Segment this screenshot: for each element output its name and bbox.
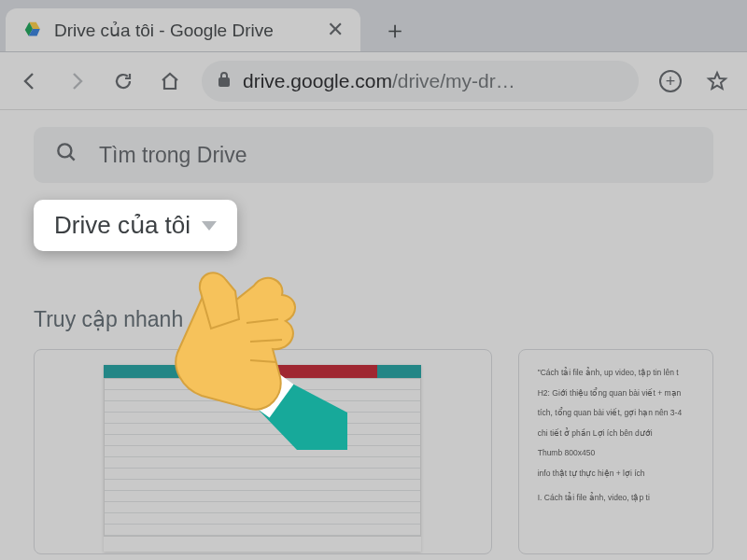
reload-button[interactable] [103, 61, 144, 102]
lock-icon [217, 71, 232, 91]
file-card[interactable] [34, 349, 492, 554]
install-app-button[interactable]: + [650, 61, 691, 102]
browser-tab[interactable]: Drive của tôi - Google Drive ✕ [6, 8, 360, 51]
svg-marker-5 [709, 73, 726, 89]
quick-access-cards: "Cách tải file ảnh, up video, tập tin lê… [34, 349, 713, 554]
search-icon [54, 140, 78, 170]
home-button[interactable] [149, 61, 190, 102]
new-tab-button[interactable]: ＋ [377, 12, 413, 48]
url-path: /drive/my-dr… [392, 70, 515, 91]
plus-circle-icon: + [659, 70, 682, 92]
bookmark-button[interactable] [697, 61, 738, 102]
address-bar[interactable]: drive.google.com/drive/my-dr… [202, 61, 639, 102]
svg-point-6 [58, 144, 71, 157]
file-card[interactable]: "Cách tải file ảnh, up video, tập tin lê… [518, 349, 713, 554]
browser-toolbar: drive.google.com/drive/my-dr… + [0, 52, 747, 110]
preview-text-line: info thật tự thực hiện + lợi ích [538, 468, 694, 481]
preview-text-line: chi tiết ở phần Lợi ích bên dưới [538, 427, 694, 441]
forward-button[interactable] [56, 61, 97, 102]
file-preview-spreadsheet [104, 365, 421, 552]
svg-rect-4 [218, 77, 230, 87]
my-drive-dropdown[interactable]: Drive của tôi [34, 200, 237, 251]
preview-text-line: Thumb 800x450 [538, 447, 694, 460]
breadcrumb-label: Drive của tôi [54, 211, 190, 240]
browser-tabstrip: Drive của tôi - Google Drive ✕ ＋ [0, 0, 747, 52]
url-host: drive.google.com [243, 70, 392, 91]
drive-favicon-icon [22, 20, 43, 40]
preview-text-line: H2: Giới thiệu tổng quan bài viết + mạn [538, 387, 694, 400]
preview-text-line: "Cách tải file ảnh, up video, tập tin lê… [538, 367, 694, 380]
tab-close-icon[interactable]: ✕ [327, 18, 344, 42]
quick-access-heading: Truy cập nhanh [34, 307, 713, 332]
caret-down-icon [202, 221, 217, 231]
drive-content: Tìm trong Drive Drive của tôi Truy cập n… [0, 110, 747, 554]
preview-text-line: tích, tổng quan bài viết, gợi hạn nên 3-… [538, 407, 694, 420]
svg-line-7 [69, 155, 74, 160]
search-placeholder: Tìm trong Drive [99, 143, 247, 168]
back-button[interactable] [9, 61, 50, 102]
browser-tab-title: Drive của tôi - Google Drive [54, 20, 316, 41]
preview-text-heading: I. Cách tải file ảnh, video, tập ti [538, 492, 694, 505]
drive-search[interactable]: Tìm trong Drive [34, 127, 713, 183]
